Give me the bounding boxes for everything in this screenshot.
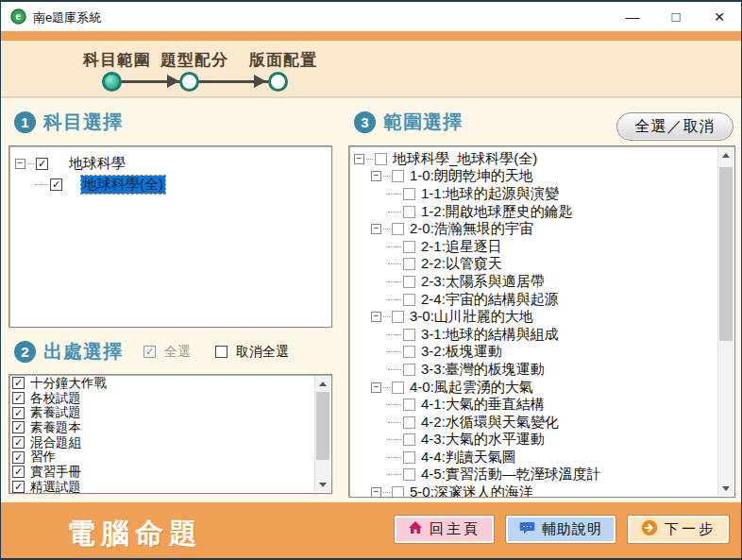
tree-item[interactable]: −1-0:朗朗乾坤的天地 — [349, 168, 734, 186]
tree-item-label[interactable]: 3-2:板塊運動 — [419, 343, 504, 361]
tree-item-label[interactable]: 1-1:地球的起源與演變 — [419, 185, 561, 203]
checkbox[interactable] — [403, 416, 415, 429]
checkbox[interactable]: ✓ — [12, 407, 25, 419]
checkbox[interactable] — [403, 329, 415, 341]
checkbox[interactable]: ✓ — [12, 436, 25, 449]
checkbox[interactable] — [403, 188, 415, 200]
tree-item[interactable]: −3-0:山川壯麗的大地 — [349, 308, 734, 326]
checkbox[interactable] — [392, 382, 404, 394]
source-item[interactable]: ✓各校試題 — [9, 391, 331, 406]
tree-item-label[interactable]: 2-2:以管窺天 — [419, 255, 504, 273]
checkbox[interactable] — [392, 311, 404, 323]
tree-item[interactable]: −✓地球科學 — [9, 153, 331, 174]
tree-item-label[interactable]: 地球科學(全) — [81, 176, 165, 194]
tree-item-label[interactable]: 1-0:朗朗乾坤的天地 — [408, 167, 535, 185]
source-item[interactable]: ✓精選試題 — [9, 480, 331, 494]
checkbox[interactable] — [403, 346, 415, 358]
source-item[interactable]: ✓混合題組 — [9, 435, 331, 450]
checkbox[interactable] — [403, 468, 415, 481]
tree-item-label[interactable]: 4-1:大氣的垂直結構 — [419, 396, 547, 414]
source-list-scrollbar[interactable] — [314, 376, 330, 492]
tree-item[interactable]: 3-1:地球的結構與組成 — [349, 326, 734, 344]
checkbox[interactable]: ✓ — [143, 346, 156, 358]
select-all-checkbox[interactable]: ✓ 全選 — [143, 344, 191, 361]
tree-item[interactable]: 2-3:太陽系與適居帶 — [349, 273, 734, 291]
tree-item[interactable]: 4-1:大氣的垂直結構 — [349, 396, 734, 414]
scrollbar-thumb[interactable] — [719, 167, 733, 341]
checkbox[interactable] — [403, 258, 415, 270]
checkbox[interactable] — [403, 276, 415, 288]
expand-toggle[interactable]: − — [371, 382, 381, 393]
expand-toggle[interactable]: − — [354, 154, 364, 164]
tree-item-label[interactable]: 4-2:水循環與天氣變化 — [419, 414, 561, 432]
tree-item-label[interactable]: 1-2:開啟地球歷史的鑰匙 — [419, 203, 575, 221]
source-item[interactable]: ✓十分鐘大作戰 — [9, 376, 331, 391]
expand-toggle[interactable]: − — [371, 312, 381, 322]
next-step-button[interactable]: 下一步 — [628, 516, 729, 543]
checkbox[interactable] — [403, 451, 415, 464]
source-item[interactable]: ✓素養試題 — [9, 405, 331, 420]
tree-item[interactable]: 3-3:臺灣的板塊運動 — [349, 361, 734, 379]
tree-item-label[interactable]: 3-0:山川壯麗的大地 — [408, 308, 535, 326]
tree-item-label[interactable]: 3-3:臺灣的板塊運動 — [419, 361, 547, 379]
scroll-down-button[interactable] — [718, 481, 734, 496]
checkbox[interactable] — [375, 153, 387, 165]
tree-item-label[interactable]: 2-0:浩瀚無垠的宇宙 — [408, 220, 535, 238]
tree-item-label[interactable]: 2-4:宇宙的結構與起源 — [419, 291, 561, 309]
expand-toggle[interactable]: − — [371, 224, 381, 234]
checkbox[interactable]: ✓ — [12, 377, 25, 389]
checkbox[interactable]: ✓ — [50, 178, 62, 191]
tree-item[interactable]: ✓地球科學(全) — [9, 174, 331, 195]
scrollbar-thumb[interactable] — [316, 392, 329, 460]
tree-item[interactable]: 4-3:大氣的水平運動 — [349, 432, 734, 450]
tree-item[interactable]: 4-5:實習活動—乾溼球溫度計 — [349, 467, 734, 484]
home-button[interactable]: 回主頁 — [395, 516, 494, 543]
tree-item[interactable]: 3-2:板塊運動 — [349, 344, 734, 362]
checkbox[interactable] — [403, 399, 415, 411]
tree-item[interactable]: 4-2:水循環與天氣變化 — [349, 414, 734, 432]
tree-item[interactable]: 4-4:判讀天氣圖 — [349, 449, 734, 467]
source-item[interactable]: ✓實習手冊 — [9, 465, 331, 480]
checkbox[interactable] — [215, 346, 228, 358]
checkbox[interactable]: ✓ — [12, 451, 25, 464]
source-item[interactable]: ✓素養題本 — [9, 420, 331, 435]
checkbox[interactable]: ✓ — [12, 421, 25, 433]
checkbox[interactable] — [392, 223, 404, 235]
tree-item-label[interactable]: 4-3:大氣的水平運動 — [419, 431, 547, 449]
checkbox[interactable]: ✓ — [12, 466, 25, 478]
tree-item[interactable]: 2-1:追星逐日 — [349, 238, 734, 256]
tree-item[interactable]: −地球科學_地球科學(全) — [349, 150, 734, 168]
help-button[interactable]: 輔助說明 — [506, 516, 616, 543]
tree-item[interactable]: 2-4:宇宙的結構與起源 — [349, 291, 734, 309]
tree-item[interactable]: −5-0:深邃迷人的海洋 — [349, 484, 734, 498]
tree-item-label[interactable]: 地球科學_地球科學(全) — [391, 150, 539, 168]
checkbox[interactable] — [392, 486, 404, 498]
tree-item-label[interactable]: 4-0:風起雲湧的大氣 — [408, 379, 535, 397]
checkbox[interactable]: ✓ — [36, 158, 48, 170]
scroll-up-button[interactable] — [315, 376, 330, 391]
tree-item-label[interactable]: 2-3:太陽系與適居帶 — [419, 273, 547, 291]
tree-item-label[interactable]: 4-4:判讀天氣圖 — [419, 449, 518, 467]
expand-toggle[interactable]: − — [371, 487, 381, 498]
tree-item-label[interactable]: 3-1:地球的結構與組成 — [419, 326, 561, 344]
scroll-up-button[interactable] — [718, 147, 734, 162]
checkbox[interactable] — [403, 364, 415, 376]
tree-item-label[interactable]: 5-0:深邃迷人的海洋 — [408, 484, 535, 498]
checkbox[interactable]: ✓ — [12, 392, 25, 404]
tree-item-label[interactable]: 4-5:實習活動—乾溼球溫度計 — [419, 466, 603, 484]
checkbox[interactable] — [403, 206, 415, 218]
checkbox[interactable] — [403, 241, 415, 253]
checkbox[interactable] — [392, 170, 404, 182]
minimize-button[interactable]: — — [611, 2, 654, 31]
checkbox[interactable]: ✓ — [12, 481, 25, 493]
source-item[interactable]: ✓習作 — [9, 450, 331, 465]
scroll-down-button[interactable] — [315, 477, 330, 492]
checkbox[interactable] — [403, 433, 415, 446]
checkbox[interactable] — [403, 294, 415, 306]
maximize-button[interactable]: □ — [654, 2, 698, 31]
tree-item[interactable]: −4-0:風起雲湧的大氣 — [349, 379, 734, 397]
expand-toggle[interactable]: − — [15, 159, 25, 169]
expand-toggle[interactable]: − — [371, 171, 381, 181]
tree-item-label[interactable]: 2-1:追星逐日 — [419, 238, 504, 256]
tree-item[interactable]: 2-2:以管窺天 — [349, 256, 734, 274]
